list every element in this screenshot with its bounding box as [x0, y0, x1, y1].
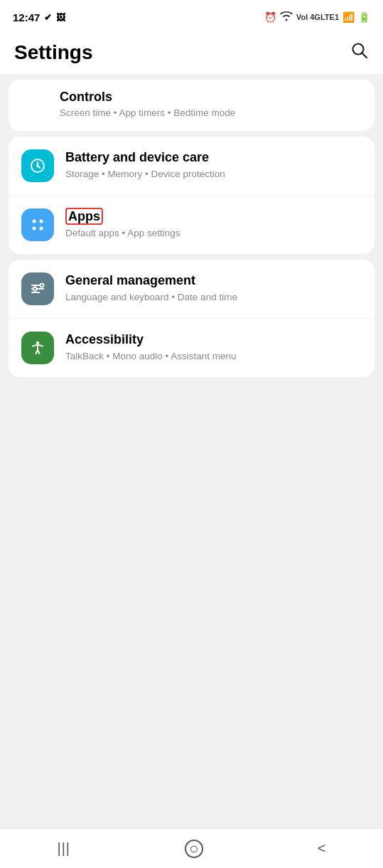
signal-text: Vol 4GLTE1 [296, 13, 339, 21]
status-time: 12:47 ✔ 🖼 [13, 11, 65, 23]
search-icon[interactable] [350, 41, 369, 64]
svg-point-5 [40, 220, 43, 223]
apps-item[interactable]: Apps Default apps • App settings [9, 196, 374, 254]
accessibility-icon-bg [21, 332, 54, 364]
alarm-icon: ⏰ [264, 11, 276, 23]
apps-text: Apps Default apps • App settings [65, 209, 362, 240]
apps-icon-bg [21, 208, 54, 241]
general-text: General management Language and keyboard… [65, 273, 362, 305]
battery-text: Battery and device care Storage • Memory… [65, 150, 362, 181]
status-icons: ⏰ Vol 4GLTE1 📶 🔋 [264, 11, 370, 23]
general-accessibility-card: General management Language and keyboard… [9, 260, 374, 377]
status-bar: 12:47 ✔ 🖼 ⏰ Vol 4GLTE1 📶 🔋 [0, 0, 383, 34]
battery-apps-card: Battery and device care Storage • Memory… [9, 137, 374, 254]
apps-title: Apps [65, 209, 362, 225]
scroll-area: Controls Screen time • App timers • Bedt… [0, 74, 383, 828]
svg-point-12 [33, 287, 37, 291]
svg-point-4 [33, 220, 36, 223]
battery-title: Battery and device care [65, 150, 362, 166]
signal-bars-icon: 📶 [342, 11, 355, 23]
wifi-icon [280, 11, 293, 23]
battery-item[interactable]: Battery and device care Storage • Memory… [9, 137, 374, 196]
image-icon: 🖼 [56, 12, 65, 23]
general-subtitle: Language and keyboard • Date and time [65, 291, 362, 305]
battery-icon-bg [21, 149, 54, 182]
svg-point-7 [40, 227, 43, 231]
battery-subtitle: Storage • Memory • Device protection [65, 168, 362, 181]
battery-icon: 🔋 [358, 11, 370, 23]
controls-card-partial[interactable]: Controls Screen time • App timers • Bedt… [9, 80, 374, 131]
svg-line-1 [362, 53, 367, 58]
svg-point-11 [41, 284, 44, 287]
general-item[interactable]: General management Language and keyboard… [9, 260, 374, 319]
nav-home-icon[interactable]: ○ [185, 840, 203, 858]
nav-bar: ||| ○ < [0, 828, 383, 868]
check-icon: ✔ [44, 12, 52, 23]
svg-point-13 [36, 342, 39, 344]
controls-title: Controls [60, 90, 362, 105]
general-title: General management [65, 273, 362, 289]
svg-point-3 [36, 164, 39, 167]
header: Settings [0, 34, 383, 74]
apps-highlight: Apps [65, 208, 103, 225]
accessibility-text: Accessibility TalkBack • Mono audio • As… [65, 332, 362, 364]
accessibility-subtitle: TalkBack • Mono audio • Assistant menu [65, 350, 362, 364]
apps-subtitle: Default apps • App settings [65, 227, 362, 240]
general-icon-bg [21, 272, 54, 305]
nav-back-icon[interactable]: < [318, 840, 326, 857]
time-label: 12:47 [13, 11, 40, 23]
page-title: Settings [14, 41, 92, 64]
svg-point-6 [33, 227, 36, 231]
accessibility-title: Accessibility [65, 332, 362, 348]
controls-subtitle: Screen time • App timers • Bedtime mode [60, 107, 362, 118]
accessibility-item[interactable]: Accessibility TalkBack • Mono audio • As… [9, 319, 374, 377]
nav-recent-icon[interactable]: ||| [57, 840, 70, 857]
